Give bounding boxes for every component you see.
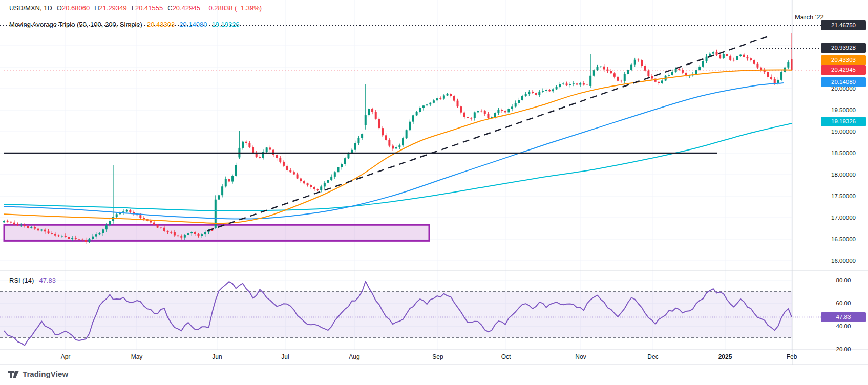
candle-body (126, 210, 128, 212)
candle-body (398, 145, 400, 147)
candle-body (160, 227, 162, 228)
candle-body (174, 232, 176, 236)
candle-body (365, 115, 367, 125)
candle-body (44, 230, 46, 232)
candle-body (92, 237, 94, 239)
candle-body (368, 109, 370, 116)
candle-body (286, 166, 288, 170)
candle-body (204, 232, 206, 234)
candle-body (647, 71, 649, 76)
candle-body (525, 94, 527, 96)
candle-body (54, 234, 56, 236)
candle-body (494, 113, 496, 117)
candle-body (392, 146, 394, 149)
candle-body (354, 143, 356, 149)
candle-body (552, 89, 554, 91)
candle-body (37, 229, 39, 231)
candle-body (402, 138, 404, 145)
candle-body (671, 72, 673, 75)
candle-body (10, 222, 12, 223)
candle-body (313, 187, 315, 189)
supply-zone-rectangle[interactable] (4, 225, 429, 241)
candle-body (283, 162, 285, 166)
candle-body (81, 240, 83, 240)
candle-body (187, 233, 189, 235)
candle-body (787, 62, 789, 68)
candle-body (729, 56, 731, 60)
candle-body (777, 80, 779, 83)
candle-body (637, 60, 639, 60)
candle-body (620, 81, 622, 81)
candle-body (433, 100, 435, 103)
candle-body (412, 115, 414, 121)
candle-body (184, 235, 186, 238)
candle-body (34, 227, 36, 228)
candle-body (470, 118, 472, 118)
candle-body (218, 195, 220, 200)
candle-body (48, 231, 50, 233)
candle-body (112, 217, 114, 221)
candle-body (770, 77, 772, 79)
candle-body (576, 83, 578, 84)
candle-body (357, 138, 359, 143)
sma200-line (4, 123, 792, 211)
candle-body (68, 237, 70, 239)
candle-body (733, 60, 735, 60)
candle-body (416, 112, 418, 115)
candle-body (736, 56, 738, 60)
candle-body (310, 185, 312, 187)
candle-body (447, 94, 449, 96)
candle-body (361, 134, 363, 138)
candle-body (279, 158, 281, 162)
candle-body (706, 57, 708, 61)
candle-body (774, 79, 776, 83)
candle-body (545, 90, 547, 91)
candle-body (272, 150, 274, 155)
candle-body (65, 236, 67, 237)
chart-canvas[interactable] (0, 0, 868, 385)
candle-body (351, 150, 353, 153)
ascending-trendline[interactable] (207, 36, 770, 231)
candle-body (337, 167, 339, 172)
candle-body (300, 178, 302, 181)
candle-body (276, 155, 278, 158)
candle-body (248, 143, 250, 147)
candle-body (71, 238, 73, 239)
candle-body (583, 83, 585, 84)
candle-body (641, 60, 643, 66)
candle-body (528, 92, 530, 94)
candle-body (153, 223, 155, 225)
candle-body (589, 76, 591, 86)
candle-body (198, 234, 200, 236)
sma100-line (4, 83, 784, 219)
candle-body (780, 72, 782, 80)
candle-body (767, 72, 769, 77)
candle-body (593, 70, 595, 76)
candle-body (157, 225, 159, 228)
candle-body (30, 227, 32, 228)
candle-body (225, 179, 227, 186)
candle-body (289, 170, 291, 172)
candle-body (739, 55, 742, 56)
candle-body (596, 67, 598, 70)
candle-body (716, 52, 718, 55)
candle-body (235, 165, 237, 176)
candle-body (600, 67, 602, 67)
candle-body (726, 54, 728, 56)
candle-body (109, 221, 111, 225)
candle-body (746, 57, 748, 58)
candle-body (177, 235, 179, 236)
candle-body (194, 232, 196, 234)
candle-body (297, 175, 299, 179)
candle-body (624, 74, 626, 81)
candle-body (167, 231, 169, 232)
candle-body (293, 172, 295, 174)
candle-body (388, 140, 390, 145)
candle-body (307, 183, 309, 185)
candle-body (341, 164, 343, 167)
candle-body (450, 94, 452, 96)
candle-body (129, 210, 131, 212)
candle-body (242, 142, 244, 148)
candle-body (61, 236, 63, 236)
candle-body (163, 228, 165, 231)
